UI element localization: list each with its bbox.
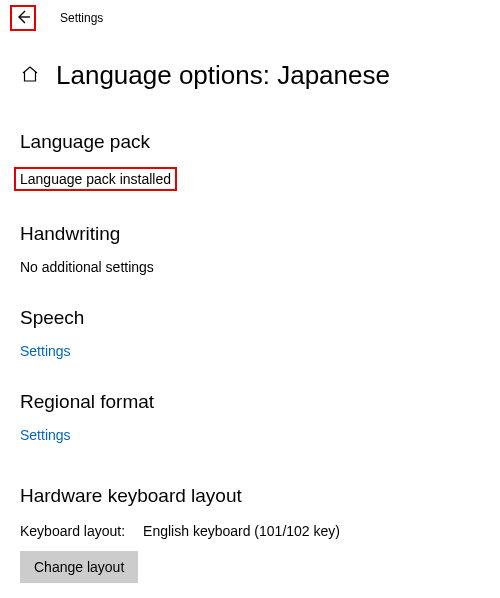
section-heading-regional-format: Regional format [20,391,480,413]
change-layout-button[interactable]: Change layout [20,551,138,583]
home-button[interactable] [20,66,40,86]
home-icon [21,65,39,86]
app-title: Settings [60,11,103,25]
regional-format-settings-link[interactable]: Settings [20,427,480,443]
keyboard-layout-label: Keyboard layout: [20,523,125,539]
keyboard-layout-value: English keyboard (101/102 key) [143,523,340,539]
section-heading-handwriting: Handwriting [20,223,480,245]
handwriting-status: No additional settings [20,259,480,275]
section-heading-hardware-keyboard: Hardware keyboard layout [20,485,480,507]
section-heading-speech: Speech [20,307,480,329]
language-pack-status: Language pack installed [14,167,177,191]
back-button[interactable] [10,5,36,31]
section-heading-language-pack: Language pack [20,131,480,153]
page-title: Language options: Japanese [56,60,390,91]
speech-settings-link[interactable]: Settings [20,343,480,359]
back-arrow-icon [15,9,31,28]
